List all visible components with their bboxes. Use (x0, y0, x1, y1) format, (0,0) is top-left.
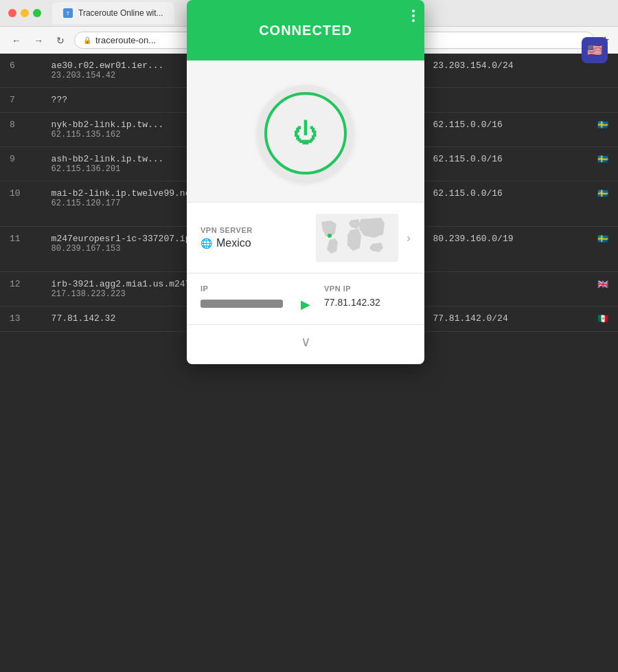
server-chevron-icon: › (407, 231, 411, 245)
tab-favicon: T (63, 8, 73, 18)
minimize-button[interactable] (21, 9, 29, 17)
us-flag-icon: 🇺🇸 (587, 43, 602, 58)
server-location: 🌐 Mexico (201, 237, 308, 249)
flag-icon: 🇬🇧 (597, 280, 608, 290)
back-button[interactable]: ← (8, 32, 25, 49)
ip-block: IP (201, 284, 287, 313)
row-number: 6 (0, 54, 42, 88)
vpn-ip-value: 77.81.142.32 (324, 297, 411, 308)
ip-section: IP ▶ VPN IP 77.81.142.32 (187, 273, 424, 324)
row-cidr: 23.203.154.0/24 (423, 54, 575, 88)
tab-title: Traceroute Online wit... (78, 8, 163, 18)
flag-icon: 🇸🇪 (597, 234, 608, 245)
ip-value-blurred (201, 300, 283, 308)
power-ring-outer: ⏻ (258, 85, 354, 181)
browser-tab[interactable]: T Traceroute Online wit... (52, 2, 174, 24)
ip-label: IP (201, 284, 287, 293)
forward-button[interactable]: → (30, 32, 47, 49)
server-location-text: Mexico (216, 237, 251, 249)
server-info: VPN SERVER 🌐 Mexico (201, 226, 308, 249)
row-number: 8 (0, 113, 42, 147)
svg-point-1 (328, 234, 332, 238)
row-flag (576, 88, 618, 113)
flag-icon: 🇸🇪 (597, 155, 608, 165)
row-cidr: 62.115.0.0/16 (423, 113, 575, 147)
vpn-menu-button[interactable] (412, 10, 415, 22)
dot1 (412, 10, 415, 12)
row-cidr: 62.115.0.0/16 (423, 147, 575, 181)
row-flag: 🇸🇪 (576, 181, 618, 227)
globe-icon: 🌐 (201, 238, 212, 249)
power-section: ⏻ (187, 60, 424, 202)
dot2 (412, 14, 415, 17)
chevron-down-icon: ∨ (301, 333, 311, 350)
flag-icon: 🇲🇽 (597, 314, 608, 324)
world-map-svg (316, 214, 398, 262)
row-cidr: 62.115.0.0/16 (423, 181, 575, 227)
power-icon: ⏻ (293, 121, 318, 146)
power-button[interactable]: ⏻ (264, 92, 347, 175)
row-number: 9 (0, 147, 42, 181)
vpn-ip-label: VPN IP (324, 284, 411, 293)
vpn-ip-block: VPN IP 77.81.142.32 (324, 284, 411, 308)
row-number: 10 (0, 181, 42, 227)
row-cidr (423, 88, 575, 113)
maximize-button[interactable] (33, 9, 41, 17)
flag-icon: 🇸🇪 (597, 189, 608, 199)
ip-arrow-icon: ▶ (301, 297, 310, 312)
row-flag: 🇬🇧 (576, 272, 618, 306)
row-flag: 🇸🇪 (576, 113, 618, 147)
row-cidr: 80.239.160.0/19 (423, 227, 575, 272)
server-label: VPN SERVER (201, 226, 308, 234)
bottom-chevron-section[interactable]: ∨ (187, 324, 424, 358)
close-button[interactable] (8, 9, 16, 17)
row-number: 11 (0, 227, 42, 272)
vpn-status-text: CONNECTED (259, 23, 352, 38)
vpn-extension-button[interactable]: 🇺🇸 (582, 37, 608, 63)
server-map (316, 214, 398, 262)
dot3 (412, 19, 415, 22)
vpn-popup: CONNECTED ⏻ VPN SERVER 🌐 Mexico (187, 0, 424, 364)
row-flag: 🇸🇪 (576, 147, 618, 181)
row-number: 7 (0, 88, 42, 113)
traffic-lights (8, 9, 41, 17)
row-flag: 🇸🇪 (576, 227, 618, 272)
row-number: 12 (0, 272, 42, 306)
flag-icon: 🇸🇪 (597, 120, 608, 131)
refresh-button[interactable]: ↻ (52, 32, 69, 49)
row-cidr (423, 272, 575, 306)
row-flag: 🇲🇽 (576, 306, 618, 332)
lock-icon: 🔒 (83, 36, 91, 44)
vpn-header: CONNECTED (187, 0, 424, 60)
row-number: 13 (0, 306, 42, 332)
vpn-server-section[interactable]: VPN SERVER 🌐 Mexico (187, 202, 424, 273)
row-cidr: 77.81.142.0/24 (423, 306, 575, 332)
address-text: traceroute-on... (95, 35, 156, 45)
